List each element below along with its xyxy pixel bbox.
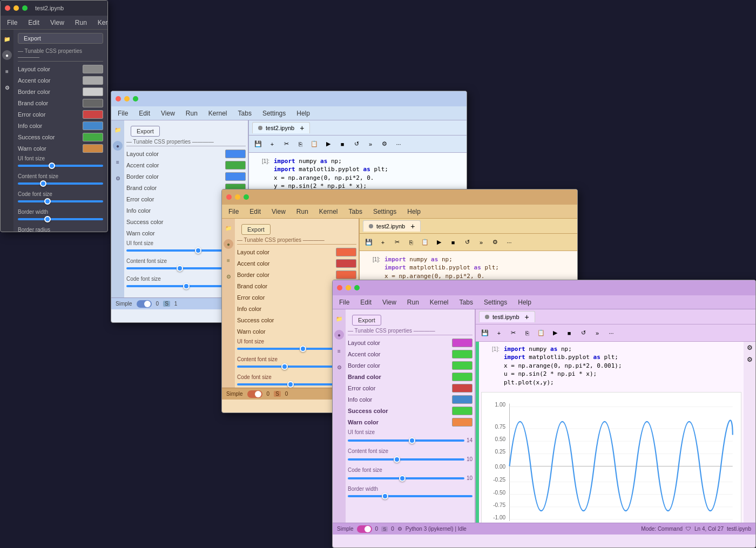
- error-color-swatch[interactable]: [83, 110, 103, 119]
- win3-restart-btn[interactable]: ↺: [461, 236, 473, 248]
- w3-layout-swatch[interactable]: [336, 248, 356, 256]
- w4-bw-slider[interactable]: [348, 493, 473, 499]
- win2-sidebar-folder[interactable]: 📁: [113, 125, 123, 134]
- sidebar-folder[interactable]: 📁: [2, 34, 12, 44]
- sidebar-gear[interactable]: ⚙: [2, 83, 12, 92]
- w4-content-slider[interactable]: [348, 456, 464, 463]
- w4-ui-slider[interactable]: [348, 437, 464, 444]
- win2-max[interactable]: [133, 96, 138, 102]
- win4-cut-btn[interactable]: ✂: [507, 327, 519, 339]
- w4-info-swatch[interactable]: [452, 395, 473, 404]
- w3-border-swatch[interactable]: [336, 270, 356, 279]
- menu-edit[interactable]: Edit: [26, 18, 42, 28]
- add-cell-btn[interactable]: +: [266, 138, 278, 150]
- win4-sidebar-circle[interactable]: ●: [334, 330, 344, 340]
- ui-font-size-slider[interactable]: [18, 163, 103, 169]
- win2-toggle[interactable]: [137, 300, 152, 308]
- win4-stop-btn[interactable]: ■: [563, 327, 575, 339]
- win3-sidebar-gear[interactable]: ⚙: [224, 272, 233, 281]
- win3-toggle[interactable]: [247, 390, 262, 398]
- win3-min[interactable]: [235, 194, 240, 200]
- w3-accent-swatch[interactable]: [336, 259, 356, 268]
- w4-brand-swatch[interactable]: [452, 373, 473, 381]
- win3-menu-kernel[interactable]: Kernel: [317, 207, 340, 217]
- border-color-swatch[interactable]: [83, 87, 103, 96]
- run-btn[interactable]: ▶: [322, 138, 334, 150]
- w4-border-swatch[interactable]: [452, 361, 473, 370]
- save-btn[interactable]: 💾: [252, 138, 264, 150]
- win3-paste-btn[interactable]: 📋: [419, 236, 431, 248]
- accent-color-swatch[interactable]: [83, 76, 103, 85]
- win3-more-btn[interactable]: ···: [503, 236, 515, 248]
- win3-menu-settings[interactable]: Settings: [371, 207, 399, 217]
- win4-more-btn[interactable]: ···: [605, 327, 617, 339]
- win4-max[interactable]: [354, 285, 360, 290]
- win2-min[interactable]: [124, 96, 130, 102]
- win3-cut-btn[interactable]: ✂: [391, 236, 403, 248]
- win4-menu-file[interactable]: File: [337, 297, 352, 307]
- win4-run-btn[interactable]: ▶: [549, 327, 561, 339]
- win2-menu-edit[interactable]: Edit: [137, 109, 152, 118]
- max-dot[interactable]: [22, 5, 28, 11]
- win4-menu-help[interactable]: Help: [516, 297, 534, 307]
- win3-ff-btn[interactable]: »: [475, 236, 487, 248]
- win4-copy-btn[interactable]: ⎘: [521, 327, 533, 339]
- w4-layout-swatch[interactable]: [452, 339, 473, 347]
- sidebar-circle[interactable]: ●: [2, 50, 12, 60]
- win3-copy-btn[interactable]: ⎘: [405, 236, 417, 248]
- w2-layout-swatch[interactable]: [225, 150, 246, 158]
- win2-menu-tabs[interactable]: Tabs: [236, 109, 254, 118]
- win2-menu-run[interactable]: Run: [184, 109, 200, 118]
- win2-menu-file[interactable]: File: [116, 109, 130, 118]
- win4-save-btn[interactable]: 💾: [479, 327, 491, 339]
- win4-menu-view[interactable]: View: [380, 297, 399, 307]
- w2-border-swatch[interactable]: [225, 172, 246, 181]
- win4-menu-tabs[interactable]: Tabs: [457, 297, 475, 307]
- w4-code-slider[interactable]: [348, 475, 464, 482]
- win3-add-btn[interactable]: +: [377, 236, 389, 248]
- win2-close[interactable]: [116, 96, 121, 102]
- win3-sidebar-folder[interactable]: 📁: [224, 223, 233, 233]
- layout-color-swatch[interactable]: [83, 65, 103, 73]
- more-btn[interactable]: ···: [393, 138, 404, 150]
- border-width-slider[interactable]: [18, 216, 103, 222]
- win4-toggle[interactable]: [357, 525, 372, 533]
- ff-btn[interactable]: »: [364, 138, 376, 150]
- win3-save-btn[interactable]: 💾: [363, 236, 375, 248]
- menu-run[interactable]: Run: [73, 18, 89, 28]
- copy-btn[interactable]: ⎘: [294, 138, 306, 150]
- win4-tab-plus[interactable]: +: [525, 313, 529, 321]
- win3-menu-edit[interactable]: Edit: [247, 207, 263, 217]
- win4-add-btn[interactable]: +: [493, 327, 505, 339]
- win4-tab[interactable]: testl.ipynb +: [479, 311, 535, 322]
- win2-sidebar-circle[interactable]: ●: [113, 141, 123, 151]
- w4-accent-swatch[interactable]: [452, 350, 473, 358]
- win3-menu-view[interactable]: View: [269, 207, 288, 217]
- win4-paste-btn[interactable]: 📋: [535, 327, 547, 339]
- menu-file[interactable]: File: [5, 18, 19, 28]
- win2-menu-view[interactable]: View: [159, 109, 177, 118]
- win4-sidebar-folder[interactable]: 📁: [334, 314, 344, 323]
- win4-gear-top[interactable]: ⚙: [747, 344, 753, 351]
- win2-menu-settings[interactable]: Settings: [260, 109, 288, 118]
- win4-ff-btn[interactable]: »: [591, 327, 603, 339]
- cut-btn[interactable]: ✂: [280, 138, 292, 150]
- win3-close[interactable]: [226, 194, 232, 200]
- win4-menu-run[interactable]: Run: [405, 297, 421, 307]
- win3-run-btn[interactable]: ▶: [433, 236, 445, 248]
- w4-success-swatch[interactable]: [452, 407, 473, 415]
- win2-tab-plus[interactable]: +: [300, 124, 304, 132]
- info-color-swatch[interactable]: [83, 121, 103, 130]
- win3-max[interactable]: [244, 194, 249, 200]
- win4-export-btn[interactable]: Export: [352, 315, 381, 326]
- win4-menu-kernel[interactable]: Kernel: [428, 297, 451, 307]
- win2-tab[interactable]: test2.ipynb +: [252, 122, 310, 133]
- win4-restart-btn[interactable]: ↺: [577, 327, 589, 339]
- win4-menu-edit[interactable]: Edit: [358, 297, 374, 307]
- win1-export-btn[interactable]: Export: [18, 33, 103, 44]
- win2-export-btn[interactable]: Export: [131, 126, 160, 137]
- win4-gear-mid[interactable]: ⚙: [747, 356, 753, 363]
- w4-error-swatch[interactable]: [452, 384, 473, 393]
- win4-close[interactable]: [337, 285, 342, 290]
- success-color-swatch[interactable]: [83, 133, 103, 141]
